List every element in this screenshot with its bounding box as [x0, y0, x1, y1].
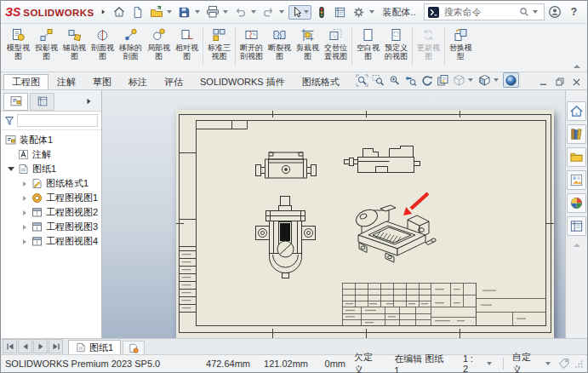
tab-evaluate[interactable]: 评估 [156, 74, 191, 89]
doc-close-icon[interactable] [573, 78, 580, 86]
ribbon-collapse-icon[interactable] [574, 65, 580, 68]
search-caret[interactable] [533, 10, 538, 14]
ribbon-button-broken-out-section[interactable]: 断开的剖视图 [237, 26, 265, 60]
tab-sheet-format[interactable]: 图纸格式 [294, 74, 348, 89]
tab-sketch[interactable]: 草图 [84, 74, 120, 89]
previous-sheet-button[interactable] [18, 339, 32, 353]
taskpane-home-button[interactable] [567, 101, 586, 121]
ribbon-button-alternate-position-view[interactable]: 交替位置视图 [322, 26, 350, 60]
home-button[interactable] [111, 3, 128, 20]
search-input[interactable] [442, 6, 516, 18]
print-caret[interactable] [223, 10, 228, 14]
ribbon-button-replace-model[interactable]: 替换模型 [447, 26, 475, 60]
previous-view-button[interactable] [403, 73, 418, 87]
ribbon-button-relative-view[interactable]: 相对视图 [173, 26, 201, 60]
tag-icon[interactable] [558, 358, 569, 370]
open-button[interactable] [148, 3, 165, 20]
tab-drawing[interactable]: 工程图 [3, 74, 49, 89]
options-caret[interactable] [369, 10, 374, 14]
tree-item-sheet-format1[interactable]: 图纸格式1 [1, 176, 101, 191]
taskpane-custom-properties-button[interactable] [567, 216, 586, 236]
last-sheet-button[interactable] [49, 339, 63, 353]
taskpane-view-palette-button[interactable] [567, 170, 586, 190]
ribbon-button-projection-view[interactable]: 投影视图 [32, 26, 60, 60]
ribbon-button-section-view[interactable]: 剖面视图 [88, 26, 117, 60]
expanded-arrow-icon[interactable] [8, 167, 14, 171]
new-document-button[interactable] [129, 3, 146, 20]
save-caret[interactable] [195, 10, 200, 14]
file-properties-button[interactable] [332, 3, 349, 20]
tab-addins[interactable]: SOLIDWORKS 插件 [191, 74, 294, 89]
zoom-to-fit-button[interactable] [355, 73, 369, 87]
add-sheet-button[interactable] [123, 341, 145, 354]
taskpane-design-library-button[interactable] [567, 124, 586, 144]
menu-flyout-icon[interactable] [101, 9, 105, 14]
tree-item-root[interactable]: 装配体1 [1, 133, 101, 147]
display-style-caret[interactable] [494, 78, 499, 82]
minimize-button[interactable] [585, 3, 588, 20]
select-tool-button[interactable] [288, 5, 311, 20]
view-orientation-button[interactable] [452, 73, 466, 87]
collapsed-arrow-icon[interactable] [23, 210, 26, 215]
collapsed-arrow-icon[interactable] [23, 181, 26, 186]
collapsed-arrow-icon[interactable] [23, 225, 26, 230]
filter-input[interactable] [17, 114, 98, 127]
help-button[interactable]: ? [571, 6, 577, 18]
zoom-to-area-button[interactable] [371, 73, 385, 87]
tab-annotation[interactable]: 注解 [49, 74, 84, 89]
sheet-tab-active[interactable]: 图纸1 [68, 340, 121, 354]
units-setting[interactable]: 自定义 [512, 351, 539, 373]
ribbon-button-predefined-view[interactable]: 预定义的视图 [382, 26, 410, 60]
first-sheet-button[interactable] [3, 339, 17, 353]
ribbon-button-crop-view[interactable]: 剪裁视图 [294, 26, 322, 60]
tree-item-drawing-view1[interactable]: 工程图视图1 [1, 191, 101, 205]
search-icon[interactable] [519, 7, 529, 17]
rotate-view-button[interactable] [420, 73, 434, 87]
ribbon-button-empty-view[interactable]: 空白视图 [354, 26, 382, 60]
tree-item-sheet1[interactable]: 图纸1 [1, 162, 101, 176]
tab-markup[interactable]: 标注 [120, 74, 156, 89]
doc-minimize-icon[interactable] [539, 78, 547, 86]
tree-item-annotations[interactable]: 注解 [1, 147, 101, 162]
ribbon-button-standard-3-view[interactable]: 标准三视图 [205, 26, 233, 60]
property-manager-tab[interactable] [30, 93, 54, 111]
sign-in-button[interactable] [546, 3, 563, 20]
redo-caret[interactable] [279, 10, 284, 14]
ribbon-button-detail-view[interactable]: 局部视图 [145, 26, 173, 60]
display-style-button[interactable] [477, 73, 492, 87]
ribbon-button-break-view[interactable]: 断裂视图 [265, 26, 294, 60]
undo-button[interactable] [232, 3, 249, 20]
graphics-area[interactable] [102, 90, 565, 338]
doc-restore-icon[interactable] [556, 77, 564, 86]
taskpane-file-explorer-button[interactable] [567, 147, 586, 167]
sheet-scale[interactable]: 1 : 2 [463, 353, 480, 373]
save-button[interactable] [176, 3, 193, 20]
tree-item-drawing-view4[interactable]: 工程图视图4 [1, 234, 101, 249]
drawing-sheet[interactable] [176, 110, 554, 338]
3d-drawing-view-button[interactable] [436, 73, 450, 87]
tree-item-drawing-view2[interactable]: 工程图视图2 [1, 205, 101, 220]
tree-item-drawing-view3[interactable]: 工程图视图3 [1, 220, 101, 234]
ribbon-button-model-view[interactable]: 模型视图 [4, 26, 32, 60]
ribbon-button-removed-section[interactable]: 移除的剖面 [117, 26, 145, 60]
feature-manager-tab[interactable] [3, 93, 28, 111]
panel-expand-icon[interactable] [88, 99, 98, 104]
rebuild-button[interactable] [313, 3, 330, 20]
view-orientation-caret[interactable] [468, 78, 473, 82]
zoom-in-out-button[interactable] [387, 73, 402, 87]
apply-scene-button[interactable] [503, 72, 519, 88]
collapsed-arrow-icon[interactable] [23, 196, 26, 201]
taskpane-appearances-button[interactable] [567, 193, 586, 213]
redo-button[interactable] [260, 3, 277, 20]
taskpane-collapse-icon[interactable] [574, 244, 580, 247]
next-sheet-button[interactable] [33, 339, 48, 353]
print-button[interactable] [204, 3, 221, 20]
undo-caret[interactable] [251, 10, 256, 14]
scale-caret[interactable] [487, 362, 492, 365]
collapsed-arrow-icon[interactable] [23, 239, 26, 244]
ribbon-button-auxiliary-view[interactable]: 辅助视图 [60, 26, 88, 60]
select-caret[interactable] [304, 10, 309, 14]
options-button[interactable] [351, 3, 368, 20]
open-caret[interactable] [167, 10, 172, 14]
units-caret[interactable] [545, 362, 551, 365]
